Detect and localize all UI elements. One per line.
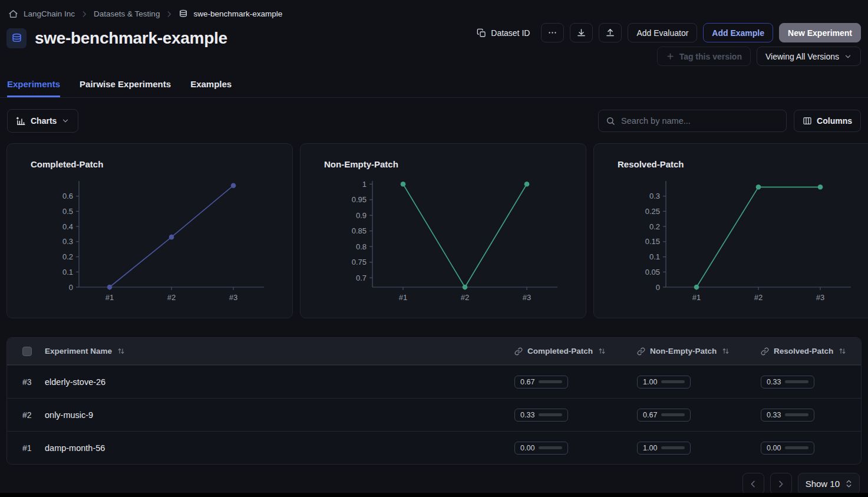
add-evaluator-button[interactable]: Add Evaluator <box>628 23 697 42</box>
updown-spinner-icon <box>846 479 852 488</box>
metric-cell: 1.00 <box>637 442 761 455</box>
experiment-number: #3 <box>7 377 45 387</box>
table-row[interactable]: #3elderly-stove-260.671.000.33 <box>7 365 861 398</box>
metric-score-badge[interactable]: 0.67 <box>637 409 691 422</box>
metric-score-badge[interactable]: 0.00 <box>761 442 814 455</box>
svg-text:0: 0 <box>656 283 660 292</box>
svg-text:#2: #2 <box>167 293 176 302</box>
svg-text:0.4: 0.4 <box>62 222 73 231</box>
experiments-table: Experiment Name Completed-PatchNon-Empty… <box>6 337 862 465</box>
add-example-label: Add Example <box>712 28 764 38</box>
svg-text:#3: #3 <box>229 293 237 302</box>
metric-score-badge[interactable]: 1.00 <box>637 442 691 455</box>
metric-value: 1.00 <box>643 378 657 386</box>
line-chart: 00.10.20.30.40.50.6#1#2#3 <box>33 170 280 309</box>
charts-row: Completed-Patch00.10.20.30.40.50.6#1#2#3… <box>0 143 868 318</box>
metric-score-badge[interactable]: 0.33 <box>761 409 814 422</box>
metric-bar <box>785 413 808 416</box>
tab-pairwise-experiments[interactable]: Pairwise Experiments <box>80 79 171 97</box>
breadcrumb-org[interactable]: LangChain Inc <box>24 9 75 18</box>
chevron-down-icon <box>844 52 852 61</box>
svg-text:0.9: 0.9 <box>356 211 367 220</box>
upload-button[interactable] <box>599 23 622 42</box>
metric-bar <box>661 446 685 449</box>
column-header-experiment-name[interactable]: Experiment Name <box>45 347 514 356</box>
table-row[interactable]: #2only-music-90.330.670.33 <box>7 398 861 431</box>
page-title: swe-benchmark-example <box>35 29 227 48</box>
title-block: swe-benchmark-example <box>6 28 227 48</box>
table-header-row: Experiment Name Completed-PatchNon-Empty… <box>7 338 861 365</box>
metric-cell: 0.00 <box>514 442 637 455</box>
experiment-name-link[interactable]: only-music-9 <box>45 410 514 420</box>
next-page-button[interactable] <box>770 473 792 495</box>
metric-bar <box>539 413 562 416</box>
charts-dropdown-button[interactable]: Charts <box>7 109 78 133</box>
sort-icon[interactable] <box>721 347 730 356</box>
tab-examples[interactable]: Examples <box>190 79 232 97</box>
svg-text:0.1: 0.1 <box>62 268 73 277</box>
breadcrumb: LangChain Inc Datasets & Testing swe-ben… <box>0 0 868 19</box>
metric-bar <box>785 380 808 383</box>
svg-text:0.1: 0.1 <box>649 252 660 261</box>
prev-page-button[interactable] <box>742 473 764 495</box>
experiment-number: #1 <box>7 443 45 453</box>
svg-text:1: 1 <box>362 180 367 189</box>
experiment-name-link[interactable]: elderly-stove-26 <box>45 377 514 387</box>
dataset-id-button[interactable]: Dataset ID <box>471 23 535 42</box>
svg-text:#2: #2 <box>754 293 763 302</box>
tab-experiments[interactable]: Experiments <box>7 79 60 97</box>
more-button[interactable] <box>541 23 564 42</box>
metric-header-label: Resolved-Patch <box>774 347 833 356</box>
page-header: swe-benchmark-example Dataset ID <box>0 19 868 66</box>
svg-text:0.75: 0.75 <box>352 258 367 266</box>
column-header-non-empty-patch[interactable]: Non-Empty-Patch <box>637 347 761 356</box>
table-row[interactable]: #1damp-month-560.001.000.00 <box>7 431 861 464</box>
metric-score-badge[interactable]: 0.33 <box>761 376 814 389</box>
add-evaluator-label: Add Evaluator <box>636 28 688 38</box>
pagination: Show 10 <box>0 473 868 495</box>
chart-card-non-empty-patch: Non-Empty-Patch0.70.750.80.850.90.951#1#… <box>300 143 586 318</box>
add-example-button[interactable]: Add Example <box>703 23 773 42</box>
metric-score-badge[interactable]: 0.33 <box>514 409 568 422</box>
header-actions: Dataset ID Add Evaluator Add Example <box>471 23 861 66</box>
viewing-versions-dropdown[interactable]: Viewing All Versions <box>757 47 861 66</box>
new-experiment-button[interactable]: New Experiment <box>779 23 861 42</box>
experiment-number: #2 <box>7 410 45 420</box>
toolbar-right: Columns <box>598 110 861 132</box>
sort-icon[interactable] <box>838 347 847 356</box>
metric-score-badge[interactable]: 0.00 <box>514 442 568 455</box>
bar-chart-icon <box>16 116 26 126</box>
metric-score-badge[interactable]: 1.00 <box>637 376 691 389</box>
metric-bar <box>539 380 562 383</box>
page-size-select[interactable]: Show 10 <box>798 473 860 495</box>
download-button[interactable] <box>570 23 593 42</box>
chart-title: Resolved-Patch <box>618 159 867 169</box>
svg-text:0: 0 <box>69 283 73 292</box>
columns-label: Columns <box>817 116 852 126</box>
metric-cell: 0.33 <box>761 376 861 389</box>
search-input[interactable] <box>621 116 779 126</box>
select-all-checkbox[interactable] <box>22 347 32 356</box>
metric-cell: 0.33 <box>761 409 861 422</box>
chart-title: Non-Empty-Patch <box>324 159 574 169</box>
sort-icon[interactable] <box>117 347 126 356</box>
svg-text:0.95: 0.95 <box>352 195 367 204</box>
svg-text:#3: #3 <box>523 293 531 302</box>
dataset-icon <box>6 28 27 48</box>
metric-bar <box>661 380 685 383</box>
breadcrumb-dataset[interactable]: swe-benchmark-example <box>193 9 282 18</box>
breadcrumb-section[interactable]: Datasets & Testing <box>94 9 160 18</box>
svg-text:#1: #1 <box>399 293 407 302</box>
sort-icon[interactable] <box>598 347 606 356</box>
metric-cell: 0.33 <box>514 409 637 422</box>
metric-score-badge[interactable]: 0.67 <box>514 376 568 389</box>
chevron-right-icon <box>80 10 88 18</box>
experiment-name-link[interactable]: damp-month-56 <box>45 443 514 453</box>
columns-button[interactable]: Columns <box>794 110 861 132</box>
metric-cell: 0.00 <box>761 442 861 455</box>
metric-header-label: Completed-Patch <box>527 347 593 356</box>
svg-text:0.7: 0.7 <box>356 274 367 282</box>
column-header-resolved-patch[interactable]: Resolved-Patch <box>761 347 861 356</box>
column-header-completed-patch[interactable]: Completed-Patch <box>514 347 637 356</box>
home-icon[interactable] <box>8 9 18 19</box>
